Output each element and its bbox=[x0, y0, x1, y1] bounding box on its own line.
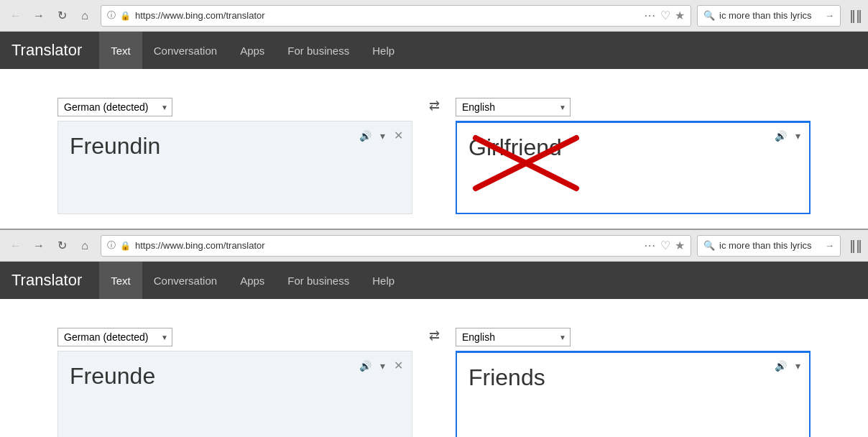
swap-divider-1: ⇄ bbox=[412, 98, 456, 118]
left-panel-2: German (detected) 🔊 ▾ ✕ Freunde bbox=[57, 328, 412, 437]
search-arrow-2[interactable]: → bbox=[825, 240, 834, 251]
nav-item-text-2[interactable]: Text bbox=[99, 262, 142, 299]
pocket-icon-1[interactable]: ♡ bbox=[660, 9, 670, 22]
translation-wrapper-1: Girlfriend bbox=[468, 134, 562, 161]
nav-item-business-2[interactable]: For business bbox=[276, 262, 361, 299]
more-options-2[interactable]: ··· bbox=[645, 239, 656, 252]
pocket-icon-2[interactable]: ♡ bbox=[660, 239, 670, 252]
chevron-icon-input-2[interactable]: ▾ bbox=[377, 359, 388, 373]
address-bar-1[interactable]: ⓘ 🔒 https://www.bing.com/translator ··· … bbox=[101, 5, 691, 27]
browser-chrome-2: ← → ↻ ⌂ ⓘ 🔒 https://www.bing.com/transla… bbox=[0, 230, 868, 262]
back-button-2[interactable]: ← bbox=[6, 236, 26, 256]
nav-item-apps-1[interactable]: Apps bbox=[228, 32, 276, 69]
input-area-2[interactable]: 🔊 ▾ ✕ Freunde bbox=[57, 351, 412, 437]
target-lang-select-2[interactable]: English bbox=[456, 328, 571, 346]
brand-title-2: Translator bbox=[11, 271, 82, 290]
input-text-1: Freundin bbox=[70, 133, 400, 160]
nav-bar-1: Translator Text Conversation Apps For bu… bbox=[0, 32, 868, 69]
chevron-icon-output-1[interactable]: ▾ bbox=[793, 129, 803, 143]
home-button-2[interactable]: ⌂ bbox=[75, 236, 95, 256]
search-query-1: ic more than this lyrics bbox=[719, 10, 821, 21]
bookmark-icon-2[interactable]: ★ bbox=[675, 239, 685, 252]
output-text-1: Girlfriend bbox=[468, 134, 562, 161]
target-lang-select-1[interactable]: English bbox=[456, 98, 571, 116]
search-icon-2: 🔍 bbox=[703, 240, 715, 251]
address-bar-2[interactable]: ⓘ 🔒 https://www.bing.com/translator ··· … bbox=[101, 235, 691, 257]
source-lang-select-1[interactable]: German (detected) bbox=[57, 98, 172, 116]
input-toolbar-2: 🔊 ▾ ✕ bbox=[356, 357, 406, 374]
page-content-1: German (detected) 🔊 ▾ ✕ Freundin ⇄ bbox=[0, 69, 868, 229]
source-lang-wrapper-1[interactable]: German (detected) bbox=[57, 98, 172, 116]
left-panel-1: German (detected) 🔊 ▾ ✕ Freundin bbox=[57, 98, 412, 214]
swap-btn-1[interactable]: ⇄ bbox=[422, 98, 447, 114]
lock-icon-2: 🔒 bbox=[120, 241, 131, 251]
search-query-2: ic more than this lyrics bbox=[719, 240, 821, 251]
sound-icon-input-2[interactable]: 🔊 bbox=[356, 359, 374, 373]
search-icon-1: 🔍 bbox=[703, 10, 715, 21]
output-text-2: Friends bbox=[468, 364, 798, 391]
sound-icon-output-1[interactable]: 🔊 bbox=[772, 129, 790, 143]
chevron-icon-output-2[interactable]: ▾ bbox=[793, 359, 803, 373]
refresh-button-1[interactable]: ↻ bbox=[52, 6, 72, 26]
more-options-1[interactable]: ··· bbox=[645, 9, 656, 22]
nav-item-help-1[interactable]: Help bbox=[361, 32, 406, 69]
refresh-button-2[interactable]: ↻ bbox=[52, 236, 72, 256]
forward-button-1[interactable]: → bbox=[29, 6, 49, 26]
nav-bar-2: Translator Text Conversation Apps For bu… bbox=[0, 262, 868, 299]
page-content-2: German (detected) 🔊 ▾ ✕ Freunde ⇄ bbox=[0, 299, 868, 437]
output-toolbar-2: 🔊 ▾ bbox=[772, 359, 803, 373]
sidebar-icon-1[interactable]: ‖‖ bbox=[849, 8, 862, 24]
lock-icon-1: 🔒 bbox=[120, 11, 131, 21]
source-lang-select-2[interactable]: German (detected) bbox=[57, 328, 172, 346]
nav-item-conversation-2[interactable]: Conversation bbox=[142, 262, 228, 299]
swap-divider-2: ⇄ bbox=[412, 328, 456, 348]
input-toolbar-1: 🔊 ▾ ✕ bbox=[356, 127, 406, 144]
search-bar-2[interactable]: 🔍 ic more than this lyrics → bbox=[697, 235, 841, 257]
nav-item-text-1[interactable]: Text bbox=[99, 32, 142, 69]
browser-chrome-1: ← → ↻ ⌂ ⓘ 🔒 https://www.bing.com/transla… bbox=[0, 0, 868, 32]
info-icon-2: ⓘ bbox=[107, 239, 116, 252]
nav-item-help-2[interactable]: Help bbox=[361, 262, 406, 299]
url-text-1: https://www.bing.com/translator bbox=[135, 10, 640, 21]
bookmark-icon-1[interactable]: ★ bbox=[675, 9, 685, 22]
sound-icon-input-1[interactable]: 🔊 bbox=[356, 129, 374, 143]
translator-1: German (detected) 🔊 ▾ ✕ Freundin ⇄ bbox=[57, 98, 811, 214]
home-button-1[interactable]: ⌂ bbox=[75, 6, 95, 26]
nav-item-business-1[interactable]: For business bbox=[276, 32, 361, 69]
right-panel-1: English 🔊 ▾ Girlfriend bbox=[456, 98, 811, 214]
output-toolbar-1: 🔊 ▾ bbox=[772, 129, 803, 143]
sidebar-icon-2[interactable]: ‖‖ bbox=[849, 238, 862, 254]
target-lang-wrapper-2[interactable]: English bbox=[456, 328, 571, 346]
sound-icon-output-2[interactable]: 🔊 bbox=[772, 359, 790, 373]
close-btn-1[interactable]: ✕ bbox=[391, 127, 406, 144]
input-area-1[interactable]: 🔊 ▾ ✕ Freundin bbox=[57, 121, 412, 214]
input-text-2: Freunde bbox=[70, 363, 400, 390]
forward-button-2[interactable]: → bbox=[29, 236, 49, 256]
close-btn-2[interactable]: ✕ bbox=[391, 357, 406, 374]
translator-2: German (detected) 🔊 ▾ ✕ Freunde ⇄ bbox=[57, 328, 811, 437]
url-text-2: https://www.bing.com/translator bbox=[135, 240, 640, 251]
output-area-1: 🔊 ▾ Girlfriend bbox=[456, 121, 811, 214]
brand-title-1: Translator bbox=[11, 41, 82, 60]
source-lang-wrapper-2[interactable]: German (detected) bbox=[57, 328, 172, 346]
output-area-2: 🔊 ▾ Friends bbox=[456, 351, 811, 437]
right-panel-2: English 🔊 ▾ Friends bbox=[456, 328, 811, 437]
info-icon-1: ⓘ bbox=[107, 9, 116, 22]
chevron-icon-input-1[interactable]: ▾ bbox=[377, 129, 388, 143]
swap-btn-2[interactable]: ⇄ bbox=[422, 328, 447, 344]
search-arrow-1[interactable]: → bbox=[825, 10, 834, 21]
back-button-1[interactable]: ← bbox=[6, 6, 26, 26]
nav-item-apps-2[interactable]: Apps bbox=[228, 262, 276, 299]
search-bar-1[interactable]: 🔍 ic more than this lyrics → bbox=[697, 5, 841, 27]
nav-item-conversation-1[interactable]: Conversation bbox=[142, 32, 228, 69]
target-lang-wrapper-1[interactable]: English bbox=[456, 98, 571, 116]
